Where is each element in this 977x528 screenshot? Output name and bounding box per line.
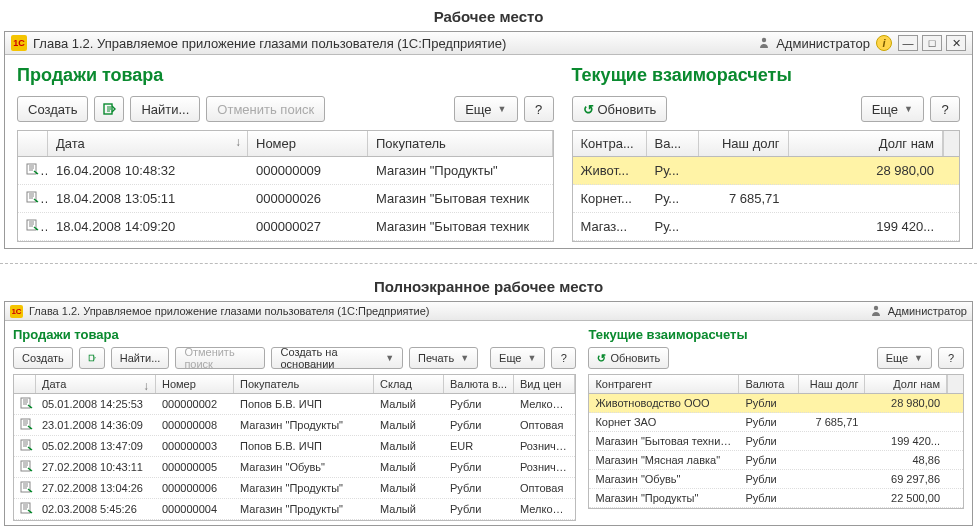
col-currency[interactable]: Валюта — [739, 375, 799, 393]
settlements-toolbar: ↻Обновить Еще▼ ? — [572, 96, 961, 122]
col-number[interactable]: Номер — [156, 375, 234, 393]
col-buyer[interactable]: Покупатель — [234, 375, 374, 393]
table-row[interactable]: Магазин "Бытовая техника" Рубли 199 420.… — [589, 432, 963, 451]
col-warehouse[interactable]: Склад — [374, 375, 444, 393]
col-date[interactable]: Дата↓ — [36, 375, 156, 393]
cancel-search-button: Отменить поиск — [206, 96, 325, 122]
find-button[interactable]: Найти... — [111, 347, 170, 369]
copy-button[interactable] — [79, 347, 105, 369]
pane-sales: Продажи товара Создать Найти... Отменить… — [17, 65, 554, 242]
document-icon — [20, 460, 34, 472]
refresh-icon: ↻ — [597, 352, 606, 365]
settlements-grid-fs: Контрагент Валюта Наш долг Долг нам Живо… — [588, 374, 964, 509]
window-title-fs: Глава 1.2. Управляемое приложение глазам… — [29, 305, 870, 317]
col-date[interactable]: Дата↓ — [48, 131, 248, 156]
col-debt-to-us[interactable]: Долг нам — [865, 375, 947, 393]
more-button-right[interactable]: Еще▼ — [861, 96, 924, 122]
col-buyer[interactable]: Покупатель — [368, 131, 553, 156]
document-icon — [20, 481, 34, 493]
user-label[interactable]: Администратор — [776, 36, 870, 51]
sales-title: Продажи товара — [17, 65, 554, 86]
caption-top: Рабочее место — [0, 0, 977, 31]
col-counterparty[interactable]: Контра... — [573, 131, 647, 156]
help-button-right[interactable]: ? — [938, 347, 964, 369]
sort-indicator-icon: ↓ — [143, 379, 149, 393]
find-button[interactable]: Найти... — [130, 96, 200, 122]
app-logo-icon: 1C — [11, 35, 27, 51]
user-label-fs[interactable]: Администратор — [888, 305, 967, 317]
sales-grid-fs: Дата↓ Номер Покупатель Склад Валюта в...… — [13, 374, 576, 521]
window-top: 1C Глава 1.2. Управляемое приложение гла… — [4, 31, 973, 249]
sales-title-fs: Продажи товара — [13, 327, 576, 342]
section-divider — [0, 263, 977, 264]
copy-button[interactable] — [94, 96, 124, 122]
sales-toolbar-fs: Создать Найти... Отменить поиск Создать … — [13, 347, 576, 369]
settlements-title-fs: Текущие взаиморасчеты — [588, 327, 964, 342]
table-row[interactable]: Магазин "Мясная лавка" Рубли 48,86 — [589, 451, 963, 470]
pane-settlements: Текущие взаиморасчеты ↻Обновить Еще▼ ? К… — [572, 65, 961, 242]
create-based-button[interactable]: Создать на основании▼ — [271, 347, 403, 369]
table-row[interactable]: Корнет ЗАО Рубли 7 685,71 — [589, 413, 963, 432]
pane-sales-fs: Продажи товара Создать Найти... Отменить… — [13, 327, 576, 521]
document-icon — [26, 163, 40, 175]
document-icon — [20, 418, 34, 430]
table-row[interactable]: 02.03.2008 5:45:26 000000004 Магазин "Пр… — [14, 499, 575, 520]
table-row[interactable]: 23.01.2008 14:36:09 000000008 Магазин "П… — [14, 415, 575, 436]
pane-settlements-fs: Текущие взаиморасчеты ↻Обновить Еще▼ ? К… — [588, 327, 964, 521]
print-button[interactable]: Печать▼ — [409, 347, 478, 369]
col-debt-to-us[interactable]: Долг нам — [789, 131, 944, 156]
table-row[interactable]: Магазин "Продукты" Рубли 22 500,00 — [589, 489, 963, 508]
table-row[interactable]: Магазин "Обувь" Рубли 69 297,86 — [589, 470, 963, 489]
table-row[interactable]: Животноводство ООО Рубли 28 980,00 — [589, 394, 963, 413]
help-button[interactable]: ? — [524, 96, 554, 122]
col-our-debt[interactable]: Наш долг — [799, 375, 865, 393]
window-fullscreen: 1C Глава 1.2. Управляемое приложение гла… — [4, 301, 973, 526]
caption-bottom: Полноэкранное рабочее место — [0, 270, 977, 301]
table-row[interactable]: 27.02.2008 10:43:11 000000005 Магазин "О… — [14, 457, 575, 478]
more-button-right[interactable]: Еще▼ — [877, 347, 932, 369]
create-button[interactable]: Создать — [13, 347, 73, 369]
svg-point-0 — [762, 37, 766, 41]
col-currency[interactable]: Валюта в... — [444, 375, 514, 393]
user-icon — [870, 304, 882, 318]
table-row[interactable]: 18.04.2008 13:05:11 000000026 Магазин "Б… — [18, 185, 553, 213]
help-button[interactable]: ? — [551, 347, 576, 369]
col-currency[interactable]: Ва... — [647, 131, 699, 156]
refresh-button[interactable]: ↻Обновить — [572, 96, 668, 122]
table-row[interactable]: Живот... Ру... 28 980,00 — [573, 157, 960, 185]
table-row[interactable]: 05.01.2008 14:25:53 000000002 Попов Б.В.… — [14, 394, 575, 415]
close-button[interactable]: ✕ — [946, 35, 966, 51]
table-row[interactable]: 05.02.2008 13:47:09 000000003 Попов Б.В.… — [14, 436, 575, 457]
col-price-type[interactable]: Вид цен — [514, 375, 575, 393]
titlebar: 1C Глава 1.2. Управляемое приложение гла… — [5, 32, 972, 55]
sort-indicator-icon: ↓ — [235, 135, 241, 149]
table-row[interactable]: 16.04.2008 10:48:32 000000009 Магазин "П… — [18, 157, 553, 185]
document-icon — [20, 502, 34, 514]
document-icon — [26, 191, 40, 203]
more-button[interactable]: Еще▼ — [454, 96, 517, 122]
cancel-search-button: Отменить поиск — [175, 347, 265, 369]
titlebar-fs: 1C Глава 1.2. Управляемое приложение гла… — [5, 302, 972, 321]
col-number[interactable]: Номер — [248, 131, 368, 156]
table-row[interactable]: Корнет... Ру... 7 685,71 — [573, 185, 960, 213]
svg-point-5 — [873, 306, 877, 310]
window-title: Глава 1.2. Управляемое приложение глазам… — [33, 36, 758, 51]
table-row[interactable]: Магаз... Ру... 199 420... — [573, 213, 960, 241]
document-icon — [20, 397, 34, 409]
table-row[interactable]: 27.02.2008 13:04:26 000000006 Магазин "П… — [14, 478, 575, 499]
refresh-icon: ↻ — [583, 102, 594, 117]
col-our-debt[interactable]: Наш долг — [699, 131, 789, 156]
refresh-button[interactable]: ↻Обновить — [588, 347, 669, 369]
maximize-button[interactable]: □ — [922, 35, 942, 51]
help-button-right[interactable]: ? — [930, 96, 960, 122]
settlements-title: Текущие взаиморасчеты — [572, 65, 961, 86]
table-row[interactable]: 18.04.2008 14:09:20 000000027 Магазин "Б… — [18, 213, 553, 241]
user-icon — [758, 36, 770, 51]
more-button[interactable]: Еще▼ — [490, 347, 545, 369]
minimize-button[interactable]: — — [898, 35, 918, 51]
info-icon[interactable]: i — [876, 35, 892, 51]
col-counterparty[interactable]: Контрагент — [589, 375, 739, 393]
create-button[interactable]: Создать — [17, 96, 88, 122]
document-icon — [26, 219, 40, 231]
sales-grid: Дата↓ Номер Покупатель 16.04.2008 10:48:… — [17, 130, 554, 242]
